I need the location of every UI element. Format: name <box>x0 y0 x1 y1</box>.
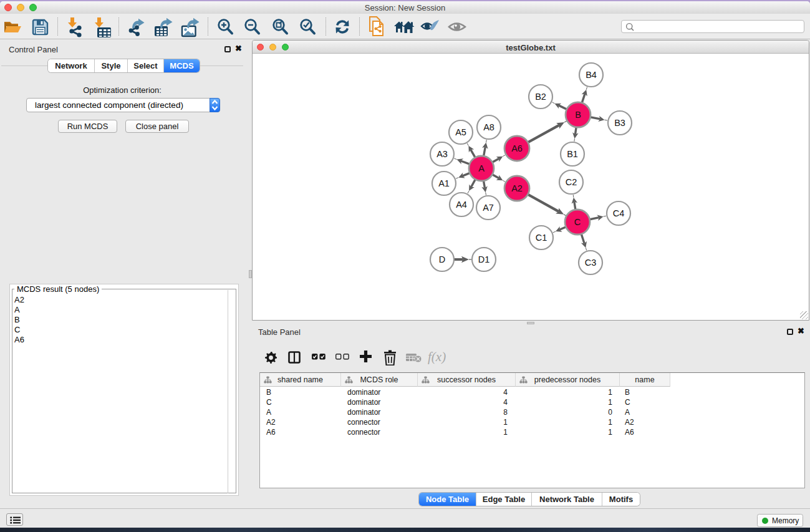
svg-text:B4: B4 <box>586 70 597 80</box>
svg-text:A6: A6 <box>511 143 523 153</box>
svg-text:C3: C3 <box>585 258 597 268</box>
svg-text:B: B <box>575 110 581 120</box>
svg-text:A7: A7 <box>483 203 494 213</box>
svg-text:A1: A1 <box>438 178 450 188</box>
svg-text:A8: A8 <box>483 122 494 132</box>
svg-text:C4: C4 <box>613 208 625 218</box>
svg-text:A5: A5 <box>455 127 466 137</box>
svg-text:D1: D1 <box>478 254 490 264</box>
svg-text:A: A <box>478 163 485 173</box>
svg-text:B1: B1 <box>567 149 578 159</box>
svg-text:A4: A4 <box>456 200 467 210</box>
svg-text:B3: B3 <box>614 118 625 128</box>
svg-text:A2: A2 <box>511 183 523 193</box>
svg-text:C2: C2 <box>566 177 577 187</box>
svg-text:C1: C1 <box>536 233 547 243</box>
svg-text:D: D <box>439 254 445 264</box>
svg-text:B2: B2 <box>535 92 546 102</box>
svg-text:A3: A3 <box>436 149 448 159</box>
svg-text:C: C <box>574 217 581 227</box>
